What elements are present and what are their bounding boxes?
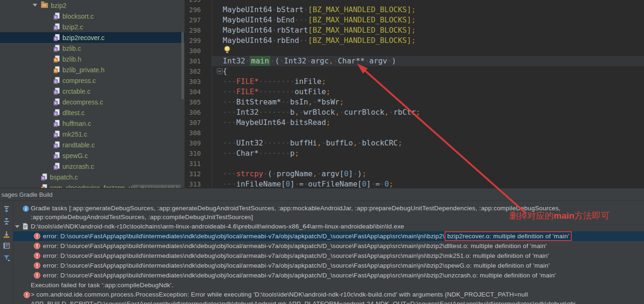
build-error-row-4[interactable]: error: D:\source\FastApp\app\build\inter… <box>13 261 644 270</box>
code-fold-icon[interactable] <box>217 68 223 74</box>
c-file-icon: c <box>54 120 60 127</box>
tree-item-bzip2recover.c[interactable]: cbzip2recover.c <box>0 32 185 43</box>
c-file-icon: c <box>41 173 47 180</box>
intention-bulb-icon[interactable] <box>225 46 230 51</box>
error-text: error: D:\source\FastApp\app\build\inter… <box>13 252 549 259</box>
code-line-309[interactable]: 309···UInt32······buffHi,·buffLo,·blockC… <box>185 138 644 148</box>
code-text: ···Char*·······p; <box>223 149 299 158</box>
code-line-299[interactable]: 299MaybeUInt64·rbEnd··[BZ_MAX_HANDLED_BL… <box>185 35 644 46</box>
tree-item-decompress.c[interactable]: cdecompress.c <box>0 97 185 107</box>
line-number: 306 <box>185 107 201 117</box>
tree-item-compress.c[interactable]: ccompress.c <box>0 75 185 86</box>
code-line-311[interactable]: 311 <box>185 159 644 169</box>
collapse-all-icon[interactable] <box>3 218 10 225</box>
code-text: ···strcpy·(·progName,·argv[0]·); <box>223 169 366 178</box>
code-line-313[interactable]: 313···inFileName[0]·=·outFileName[0]·=·0… <box>185 179 644 188</box>
tree-item-mk251.c[interactable]: cmk251.c <box>0 129 185 139</box>
gradle-build-panel: sages Gradle Build <box>0 188 644 304</box>
error-icon <box>34 272 41 279</box>
tree-item-huffman.c[interactable]: chuffman.c <box>0 118 185 129</box>
error-tail: spewG.o: multiple definition of 'main' <box>445 262 550 269</box>
log-file-icon <box>22 223 29 230</box>
code-line-305[interactable]: 305···BitStream*··bsIn,·*bsWr; <box>185 97 644 107</box>
code-text: MaybeUInt64·bStart·[BZ_MAX_HANDLED_BLOCK… <box>223 5 416 14</box>
build-execution-failed-row[interactable]: Execution failed for task ':app:compileD… <box>13 280 644 290</box>
build-exception-row-1[interactable]: > com.android.ide.common.process.Process… <box>13 290 644 299</box>
code-line-296[interactable]: 296MaybeUInt64·bStart·[BZ_MAX_HANDLED_BL… <box>185 5 644 15</box>
code-text: ···inFileName[0]·=·outFileName[0]·=·0; <box>223 180 393 188</box>
tree-vertical-scrollbar[interactable] <box>181 32 184 99</box>
code-text: MaybeUInt64·bEnd···[BZ_MAX_HANDLED_BLOCK… <box>223 15 416 24</box>
tree-item-label: compress.c <box>62 77 96 84</box>
tree-item-randtable.c[interactable]: crandtable.c <box>0 139 185 150</box>
build-error-row-1[interactable]: error: D:\source\FastApp\app\build\inter… <box>13 231 644 241</box>
ide-window: bzip2cblocksort.ccbzip2.ccbzip2recover.c… <box>0 0 644 304</box>
linker-path-text: D:\tools\ide\NDK\android-ndk-r10c\toolch… <box>13 223 404 230</box>
export-icon[interactable] <box>3 231 10 238</box>
build-exception-row-2[interactable]: APP_BUILD_SCRIPT=D:\source\FastApp\app\b… <box>13 299 644 304</box>
tree-item-spewG.c[interactable]: cspewG.c <box>0 150 185 161</box>
code-line-298[interactable]: 298MaybeUInt64·rbStart[BZ_MAX_HANDLED_BL… <box>185 25 644 35</box>
build-info-line-1[interactable]: Gradle tasks [:app:generateDebugSources,… <box>13 204 644 213</box>
code-line-312[interactable]: 312···strcpy·(·progName,·argv[0]·); <box>185 169 644 179</box>
tree-item-blocksort.c[interactable]: cblocksort.c <box>0 11 185 21</box>
tree-expand-arrow-icon[interactable] <box>33 4 37 7</box>
tree-item-label: bzlib.c <box>62 45 81 52</box>
tree-item-bzlib.h[interactable]: hbzlib.h <box>0 54 185 64</box>
tree-item-dlltest.c[interactable]: cdlltest.c <box>0 107 185 118</box>
code-line-310[interactable]: 310···Char*·······p; <box>185 148 644 159</box>
tree-item-bzip2.c[interactable]: cbzip2.c <box>0 21 185 32</box>
h-file-icon: h <box>41 184 47 188</box>
code-text: MaybeUInt64·rbEnd··[BZ_MAX_HANDLED_BLOCK… <box>223 36 416 45</box>
line-number: 310 <box>185 148 201 159</box>
h-file-icon: h <box>54 55 60 62</box>
error-icon <box>34 262 41 269</box>
project-tree[interactable]: bzip2cblocksort.ccbzip2.ccbzip2recover.c… <box>0 0 185 188</box>
code-line-307[interactable]: 307···MaybeUInt64·bitsRead; <box>185 117 644 128</box>
tree-item-bspatch.c[interactable]: cbspatch.c <box>0 172 185 182</box>
build-error-row-5[interactable]: error: D:\source\FastApp\app\build\inter… <box>13 270 644 280</box>
code-line-306[interactable]: 306···Int32·······b,·wrBlock,·currBlock,… <box>185 107 644 117</box>
tree-horizontal-scrollbar[interactable] <box>132 185 181 187</box>
build-error-row-3[interactable]: error: D:\source\FastApp\app\build\inter… <box>13 251 644 261</box>
filter-icon[interactable] <box>3 254 10 262</box>
error-text: error: D:\source\FastApp\app\build\inter… <box>13 262 550 269</box>
code-line-295[interactable]: 295 <box>185 0 644 5</box>
code-text: ···BitStream*··bsIn,·*bsWr; <box>223 97 344 106</box>
code-line-302[interactable]: 302{ <box>185 66 644 76</box>
c-file-icon: c <box>54 23 60 30</box>
tree-item-bzlib.c[interactable]: cbzlib.c <box>0 43 185 54</box>
exception-text-1: > com.android.ide.common.process.Process… <box>13 291 528 298</box>
code-line-300[interactable]: 300 <box>185 46 644 56</box>
c-file-icon: c <box>54 109 60 116</box>
code-line-304[interactable]: 304···FILE*········outFile; <box>185 87 644 97</box>
tree-item-label: unzcrash.c <box>62 163 94 170</box>
tree-item-crctable.c[interactable]: ccrctable.c <box>0 86 185 97</box>
build-linker-row[interactable]: D:\tools\ide\NDK\android-ndk-r10c\toolch… <box>13 221 644 231</box>
expand-all-icon[interactable] <box>3 206 10 213</box>
code-line-301[interactable]: 301Int32·main·(·Int32·argc,·Char**·argv·… <box>185 56 644 66</box>
error-icon <box>23 291 30 298</box>
line-number: 305 <box>185 97 201 107</box>
line-number: 297 <box>185 15 201 25</box>
code-line-297[interactable]: 297MaybeUInt64·bEnd···[BZ_MAX_HANDLED_BL… <box>185 15 644 25</box>
gutter-separator <box>212 0 212 188</box>
c-file-icon: c <box>54 98 60 105</box>
info-icon <box>22 205 29 212</box>
build-info-text: Gradle tasks [:app:generateDebugSources,… <box>13 205 561 212</box>
tree-item-bzlib_private.h[interactable]: hbzlib_private.h <box>0 64 185 75</box>
tree-item-label: bzlib_private.h <box>62 66 104 74</box>
show-console-icon[interactable] <box>3 242 10 249</box>
tree-item-unzcrash.c[interactable]: cunzcrash.c <box>0 161 185 172</box>
code-text: ···FILE*········inFile; <box>223 77 326 86</box>
code-editor[interactable]: 295296MaybeUInt64·bStart·[BZ_MAX_HANDLED… <box>185 0 644 188</box>
code-line-308[interactable]: 308 <box>185 128 644 138</box>
tree-item-label: decompress.c <box>62 98 103 106</box>
build-info-line-2[interactable]: :app:compileDebugAndroidTestSources, :ap… <box>13 213 644 221</box>
code-line-303[interactable]: 303···FILE*········inFile; <box>185 76 644 87</box>
line-number: 312 <box>185 169 201 179</box>
line-number: 307 <box>185 117 201 128</box>
build-error-row-2[interactable]: error: D:\source\FastApp\app\build\inter… <box>13 241 644 251</box>
tree-item-bzip2[interactable]: bzip2 <box>0 0 185 11</box>
expand-node-arrow-icon[interactable] <box>15 225 20 228</box>
